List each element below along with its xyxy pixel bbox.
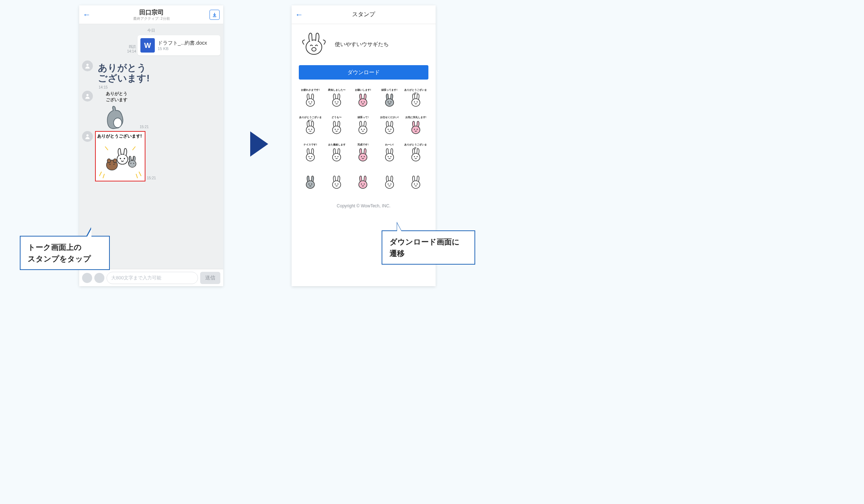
svg-point-34 [390,102,391,103]
svg-point-29 [359,99,367,106]
sticker-caption: ありがとうございます♪ [404,143,428,150]
svg-point-43 [338,129,339,130]
svg-point-15 [113,159,117,163]
svg-point-82 [417,184,418,185]
svg-point-12 [109,164,111,165]
svg-point-33 [387,102,388,103]
svg-point-17 [129,160,136,167]
sticker-caption: どうも〜 [324,116,349,119]
file-attachment[interactable]: W ドラフト_...約書.docx 15 KB [138,35,220,55]
svg-point-4 [113,118,122,128]
sticker-caption: ありがとうございます♡ [298,116,323,123]
svg-point-58 [338,156,339,157]
svg-point-36 [414,102,415,103]
sticker-thumbnail[interactable] [298,170,323,194]
svg-point-14 [107,159,111,163]
sticker-thumbnail[interactable]: ありがとうございます♡ [298,115,323,139]
sticker-grid: お疲れさまです!承知しました〜お願いします!頑張ってます!ありがとうございます!… [292,85,436,197]
sticker-thumbnail[interactable]: 頑張ってます! [377,87,402,112]
cat-sticker[interactable]: ありがとう ございます [95,91,138,130]
svg-line-6 [103,174,104,178]
svg-point-46 [364,129,365,130]
chat-input-bar: 大800文字まで入力可能 送信 [79,269,223,286]
thanks-sticker[interactable]: ありがとう ございます! [95,60,153,85]
sticker-thumbnail[interactable]: ナイスです! [298,142,323,167]
svg-point-55 [311,156,312,157]
svg-point-25 [311,102,312,103]
sticker-thumbnail[interactable]: お先に失礼します! [404,115,428,139]
file-size: 15 KB [158,46,207,51]
svg-point-32 [385,99,393,106]
svg-point-35 [411,99,420,106]
thanks-message-row: ありがとう ございます! [82,60,220,85]
input-placeholder: 大800文字まで入力可能 [111,275,161,281]
sticker-thumbnail[interactable]: ありがとうございます! [404,87,428,112]
sticker-caption: 頑張ってます! [377,88,402,92]
sticker-thumbnail[interactable]: わーい! [377,142,402,167]
svg-point-75 [361,184,362,185]
sticker-thumbnail[interactable]: また連絡します [324,142,349,167]
svg-point-64 [390,156,391,157]
callout-left: トーク画面上の スタンプをタップ [20,236,110,270]
back-icon[interactable]: ← [83,10,94,19]
message-time: 14:15 [82,85,220,89]
avatar[interactable] [82,60,93,71]
chat-header: ← 田口宗司 最終アクティブ: 2分前 [79,5,223,24]
svg-point-19 [133,163,134,164]
svg-point-48 [387,129,388,130]
svg-point-77 [385,181,393,188]
svg-point-27 [335,102,336,103]
svg-point-76 [364,184,365,185]
svg-point-78 [387,184,388,185]
svg-point-54 [309,156,310,157]
send-button[interactable]: 送信 [200,272,220,284]
message-time: 14:14 [127,49,136,53]
file-message-row: 既読 14:14 W ドラフト_...約書.docx 15 KB [82,35,220,55]
rabbit-sticker-row: ありがとうございます! 15:21 [82,131,220,181]
transition-arrow-icon [248,130,270,160]
callout-right: ダウンロード画面に 遷移 [382,230,475,265]
attach-button[interactable] [82,273,92,283]
svg-point-79 [390,184,391,185]
sticker-thumbnail[interactable]: ありがとうございます♪ [404,142,428,167]
cat-sticker-row: ありがとう ございます 15:21 [82,91,220,130]
sticker-caption: お疲れさまです! [298,88,323,92]
sticker-thumbnail[interactable]: 完成です! [351,142,375,167]
svg-line-7 [139,172,141,176]
sticker-thumbnail[interactable]: どうも〜 [324,115,349,139]
sticker-thumbnail[interactable]: お任せください! [377,115,402,139]
svg-point-13 [113,164,114,165]
svg-point-31 [364,102,365,103]
avatar[interactable] [82,131,93,142]
svg-point-63 [387,156,388,157]
download-button[interactable]: ダウンロード [299,65,428,80]
svg-point-59 [359,153,367,161]
sticker-thumbnail[interactable]: 頑張って! [351,115,375,139]
emoji-button[interactable] [94,273,104,283]
svg-point-68 [306,181,315,188]
message-input[interactable]: 大800文字まで入力可能 [107,272,198,284]
sticker-thumbnail[interactable] [404,170,428,194]
sticker-thumbnail[interactable] [377,170,402,194]
svg-point-24 [309,102,310,103]
svg-point-26 [333,99,341,106]
sticker-caption: お任せください! [377,116,402,119]
read-label: 既読 [127,44,136,49]
sticker-thumbnail[interactable] [324,170,349,194]
sticker-thumbnail[interactable]: お願いします! [351,87,375,112]
sticker-thumbnail[interactable]: お疲れさまです! [298,87,323,112]
svg-point-39 [309,129,310,130]
svg-line-9 [105,147,108,150]
sticker-thumbnail[interactable]: 承知しました〜 [324,87,349,112]
svg-point-37 [417,102,418,103]
back-icon[interactable]: ← [295,10,306,19]
rabbit-sticker-highlighted[interactable]: ありがとうございます! [95,131,145,181]
svg-point-80 [411,181,420,188]
svg-line-10 [132,147,135,150]
sticker-thumbnail[interactable] [351,170,375,194]
svg-point-70 [311,184,312,185]
avatar[interactable] [82,91,93,102]
svg-point-52 [417,129,418,130]
sticker-caption: ありがとうございます! [404,88,428,95]
download-icon[interactable] [210,10,220,20]
